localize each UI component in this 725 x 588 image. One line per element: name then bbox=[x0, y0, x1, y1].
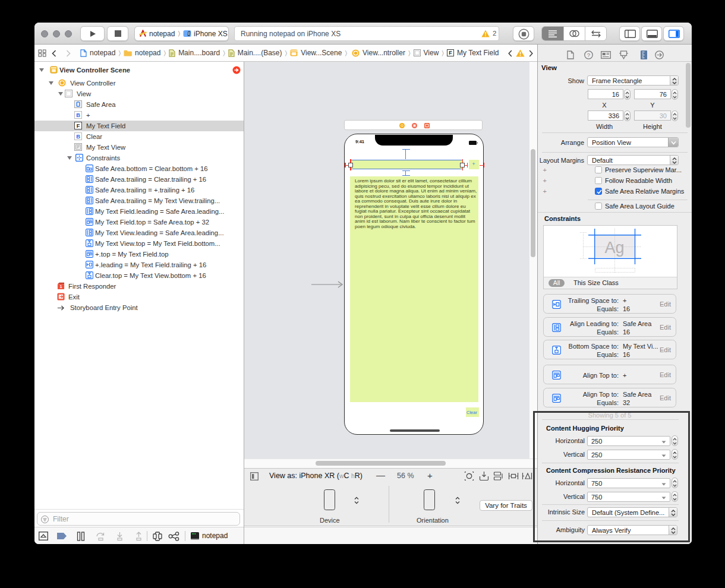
svg-text:?: ? bbox=[587, 52, 590, 58]
svg-text:B: B bbox=[76, 112, 80, 118]
svg-text:F: F bbox=[77, 123, 80, 129]
svg-text:1: 1 bbox=[60, 284, 62, 289]
svg-text:B: B bbox=[76, 134, 80, 140]
svg-text:F: F bbox=[449, 50, 452, 56]
